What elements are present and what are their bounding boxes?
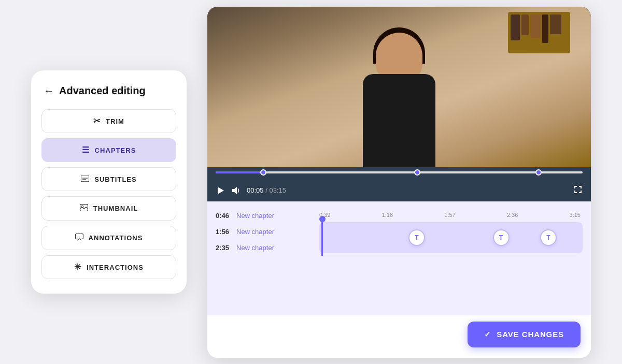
shelf-decor <box>508 12 570 53</box>
thumbnail-label: THUMBNAIL <box>93 205 138 212</box>
chapter-marker-1[interactable]: T <box>408 229 425 246</box>
chapter-name-3: New chapter <box>236 244 274 252</box>
chapters-label: CHAPTERS <box>95 147 136 154</box>
back-button[interactable]: ← <box>44 85 54 97</box>
save-area: ✓ SAVE CHANGES <box>207 315 591 358</box>
menu-item-chapters[interactable]: ☰ CHAPTERS <box>41 138 176 162</box>
timeline-label-4: 3:15 <box>570 212 581 218</box>
panel-title: Advanced editing <box>59 85 146 97</box>
timeline-area: 0:39 1:18 1:57 2:36 3:15 T T T <box>311 201 591 315</box>
volume-button[interactable] <box>231 186 241 195</box>
save-changes-button[interactable]: ✓ SAVE CHANGES <box>468 322 581 347</box>
timeline-label-3: 2:36 <box>507 212 518 218</box>
time-display: 00:05 / 03:15 <box>247 186 286 194</box>
progress-bar-area[interactable] <box>207 167 591 181</box>
subtitles-label: SUBTITLES <box>94 176 137 183</box>
timeline-track[interactable]: T T T <box>319 222 583 253</box>
chapters-icon: ☰ <box>82 146 90 154</box>
progress-fill <box>216 171 263 173</box>
check-icon: ✓ <box>484 330 491 339</box>
person-body <box>363 74 435 167</box>
timeline-label-1: 1:18 <box>382 212 393 218</box>
chapter-time-3: 2:35 <box>216 244 232 252</box>
annotations-icon <box>75 234 83 242</box>
menu-item-subtitles[interactable]: SUBTITLES <box>41 167 176 191</box>
current-time: 00:05 <box>247 186 264 194</box>
timeline-labels: 0:39 1:18 1:57 2:36 3:15 <box>319 212 583 218</box>
chapter-marker-3[interactable]: T <box>540 229 557 246</box>
menu-item-trim[interactable]: ✂ TRIM <box>41 109 176 133</box>
timeline-playhead <box>321 219 323 256</box>
duration-time: 03:15 <box>269 186 286 194</box>
panel-header: ← Advanced editing <box>41 85 176 97</box>
chapter-entry-1[interactable]: 0:46 New chapter <box>216 212 303 220</box>
interactions-label: INTERACTIONS <box>87 264 144 271</box>
trim-icon: ✂ <box>93 117 101 125</box>
chapter-entry-3[interactable]: 2:35 New chapter <box>216 244 303 252</box>
progress-dot-1[interactable] <box>260 169 266 176</box>
video-container <box>207 7 591 167</box>
timeline-label-2: 1:57 <box>444 212 455 218</box>
progress-dot-3[interactable] <box>535 169 542 176</box>
video-controls: 00:05 / 03:15 <box>207 181 591 201</box>
chapter-time-2: 1:56 <box>216 228 232 236</box>
video-person <box>327 22 472 167</box>
menu-item-interactions[interactable]: ✳ INTERACTIONS <box>41 255 176 279</box>
menu-item-thumbnail[interactable]: THUMBNAIL <box>41 196 176 221</box>
progress-track[interactable] <box>216 171 583 173</box>
chapters-area: 0:46 New chapter 1:56 New chapter 2:35 N… <box>207 201 591 315</box>
chapter-time-1: 0:46 <box>216 212 232 220</box>
right-panel: 00:05 / 03:15 0:46 New chapter 1:56 New … <box>207 7 591 358</box>
svg-rect-0 <box>81 176 89 182</box>
interactions-icon: ✳ <box>74 263 81 271</box>
chapters-list: 0:46 New chapter 1:56 New chapter 2:35 N… <box>207 201 311 315</box>
controls-right <box>573 185 583 196</box>
chapter-name-1: New chapter <box>236 212 274 220</box>
left-panel: ← Advanced editing ✂ TRIM ☰ CHAPTERS SUB… <box>31 70 187 294</box>
chapter-entry-2[interactable]: 1:56 New chapter <box>216 228 303 236</box>
thumbnail-icon <box>80 204 88 213</box>
menu-list: ✂ TRIM ☰ CHAPTERS SUBTITLES <box>41 109 176 279</box>
svg-rect-5 <box>75 234 83 239</box>
play-button[interactable] <box>216 186 225 195</box>
menu-item-annotations[interactable]: ANNOTATIONS <box>41 226 176 250</box>
video-scene <box>207 7 591 167</box>
chapter-name-2: New chapter <box>236 228 274 236</box>
subtitles-icon <box>81 175 89 183</box>
chapter-marker-2[interactable]: T <box>493 229 510 246</box>
annotations-label: ANNOTATIONS <box>89 234 143 242</box>
fullscreen-button[interactable] <box>573 185 583 196</box>
trim-label: TRIM <box>106 118 124 125</box>
save-label: SAVE CHANGES <box>497 330 564 339</box>
progress-dot-2[interactable] <box>414 169 420 176</box>
svg-marker-6 <box>218 187 224 194</box>
